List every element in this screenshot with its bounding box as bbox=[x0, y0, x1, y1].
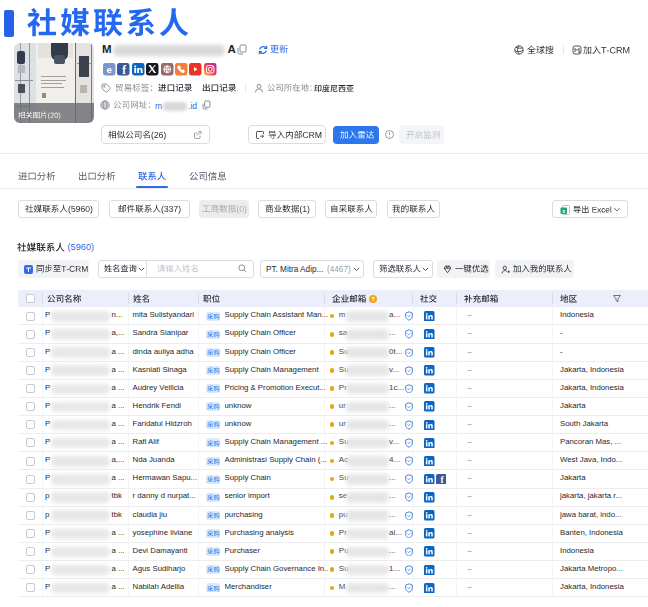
svg-text:e: e bbox=[107, 63, 112, 74]
svg-text:f: f bbox=[123, 63, 127, 75]
svg-text:?: ? bbox=[371, 296, 375, 302]
